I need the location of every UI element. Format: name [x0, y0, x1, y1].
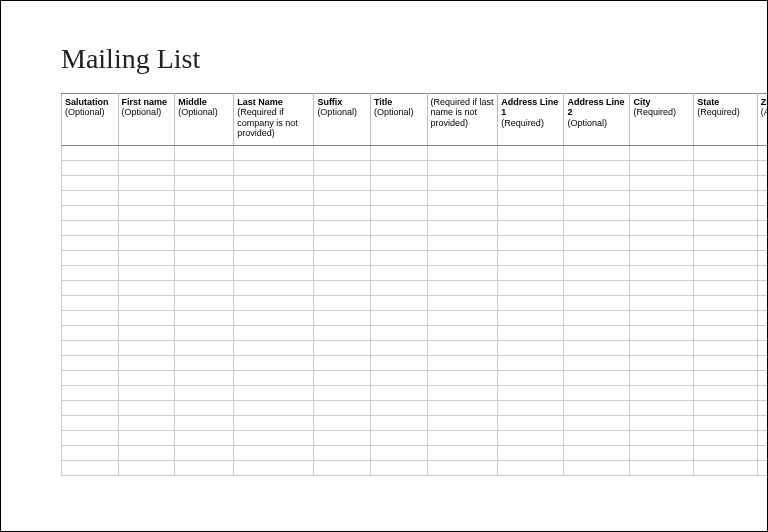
table-cell[interactable] — [757, 281, 767, 296]
table-cell[interactable] — [175, 251, 234, 266]
table-cell[interactable] — [314, 311, 371, 326]
table-cell[interactable] — [175, 461, 234, 476]
table-cell[interactable] — [234, 191, 314, 206]
table-cell[interactable] — [498, 146, 564, 161]
table-cell[interactable] — [630, 161, 694, 176]
table-cell[interactable] — [175, 386, 234, 401]
table-cell[interactable] — [630, 146, 694, 161]
table-cell[interactable] — [175, 236, 234, 251]
table-cell[interactable] — [757, 266, 767, 281]
table-cell[interactable] — [564, 326, 630, 341]
table-cell[interactable] — [694, 401, 758, 416]
table-cell[interactable] — [694, 146, 758, 161]
table-cell[interactable] — [370, 191, 427, 206]
table-cell[interactable] — [118, 431, 175, 446]
table-cell[interactable] — [234, 401, 314, 416]
table-cell[interactable] — [118, 356, 175, 371]
table-cell[interactable] — [62, 251, 119, 266]
table-cell[interactable] — [62, 191, 119, 206]
table-cell[interactable] — [62, 416, 119, 431]
table-cell[interactable] — [234, 146, 314, 161]
table-cell[interactable] — [118, 311, 175, 326]
table-cell[interactable] — [757, 401, 767, 416]
table-cell[interactable] — [314, 401, 371, 416]
table-cell[interactable] — [370, 386, 427, 401]
table-cell[interactable] — [175, 446, 234, 461]
table-cell[interactable] — [694, 356, 758, 371]
table-cell[interactable] — [370, 341, 427, 356]
table-cell[interactable] — [427, 431, 498, 446]
table-cell[interactable] — [757, 341, 767, 356]
table-cell[interactable] — [234, 431, 314, 446]
table-cell[interactable] — [62, 266, 119, 281]
table-cell[interactable] — [118, 161, 175, 176]
table-cell[interactable] — [757, 221, 767, 236]
table-cell[interactable] — [757, 326, 767, 341]
table-cell[interactable] — [564, 206, 630, 221]
table-cell[interactable] — [757, 446, 767, 461]
table-cell[interactable] — [370, 146, 427, 161]
table-cell[interactable] — [175, 311, 234, 326]
table-cell[interactable] — [427, 191, 498, 206]
table-cell[interactable] — [630, 326, 694, 341]
table-cell[interactable] — [630, 191, 694, 206]
table-cell[interactable] — [498, 176, 564, 191]
table-cell[interactable] — [564, 161, 630, 176]
table-cell[interactable] — [234, 461, 314, 476]
table-cell[interactable] — [314, 221, 371, 236]
table-cell[interactable] — [370, 281, 427, 296]
table-cell[interactable] — [175, 431, 234, 446]
table-cell[interactable] — [757, 311, 767, 326]
table-cell[interactable] — [234, 416, 314, 431]
table-cell[interactable] — [427, 296, 498, 311]
table-cell[interactable] — [62, 356, 119, 371]
table-cell[interactable] — [175, 401, 234, 416]
table-cell[interactable] — [630, 401, 694, 416]
table-cell[interactable] — [62, 311, 119, 326]
table-cell[interactable] — [694, 326, 758, 341]
table-cell[interactable] — [175, 281, 234, 296]
table-cell[interactable] — [62, 146, 119, 161]
table-cell[interactable] — [630, 236, 694, 251]
table-cell[interactable] — [427, 311, 498, 326]
table-cell[interactable] — [234, 236, 314, 251]
table-cell[interactable] — [498, 266, 564, 281]
table-cell[interactable] — [498, 191, 564, 206]
table-cell[interactable] — [234, 296, 314, 311]
table-cell[interactable] — [62, 371, 119, 386]
table-cell[interactable] — [630, 251, 694, 266]
table-cell[interactable] — [314, 326, 371, 341]
table-cell[interactable] — [564, 176, 630, 191]
table-cell[interactable] — [118, 206, 175, 221]
table-cell[interactable] — [175, 356, 234, 371]
table-cell[interactable] — [630, 176, 694, 191]
table-cell[interactable] — [498, 386, 564, 401]
table-cell[interactable] — [694, 251, 758, 266]
table-cell[interactable] — [370, 296, 427, 311]
table-cell[interactable] — [757, 176, 767, 191]
table-cell[interactable] — [630, 356, 694, 371]
table-cell[interactable] — [427, 221, 498, 236]
table-cell[interactable] — [118, 236, 175, 251]
table-cell[interactable] — [427, 146, 498, 161]
table-cell[interactable] — [118, 326, 175, 341]
table-cell[interactable] — [62, 236, 119, 251]
table-cell[interactable] — [564, 371, 630, 386]
table-cell[interactable] — [498, 206, 564, 221]
table-cell[interactable] — [630, 341, 694, 356]
table-cell[interactable] — [564, 251, 630, 266]
table-cell[interactable] — [370, 236, 427, 251]
table-cell[interactable] — [234, 371, 314, 386]
table-cell[interactable] — [370, 176, 427, 191]
table-cell[interactable] — [314, 191, 371, 206]
table-cell[interactable] — [175, 146, 234, 161]
table-cell[interactable] — [314, 446, 371, 461]
table-cell[interactable] — [757, 146, 767, 161]
table-cell[interactable] — [694, 206, 758, 221]
table-cell[interactable] — [564, 236, 630, 251]
table-cell[interactable] — [62, 176, 119, 191]
table-cell[interactable] — [234, 161, 314, 176]
table-cell[interactable] — [118, 296, 175, 311]
table-cell[interactable] — [62, 221, 119, 236]
table-cell[interactable] — [62, 296, 119, 311]
